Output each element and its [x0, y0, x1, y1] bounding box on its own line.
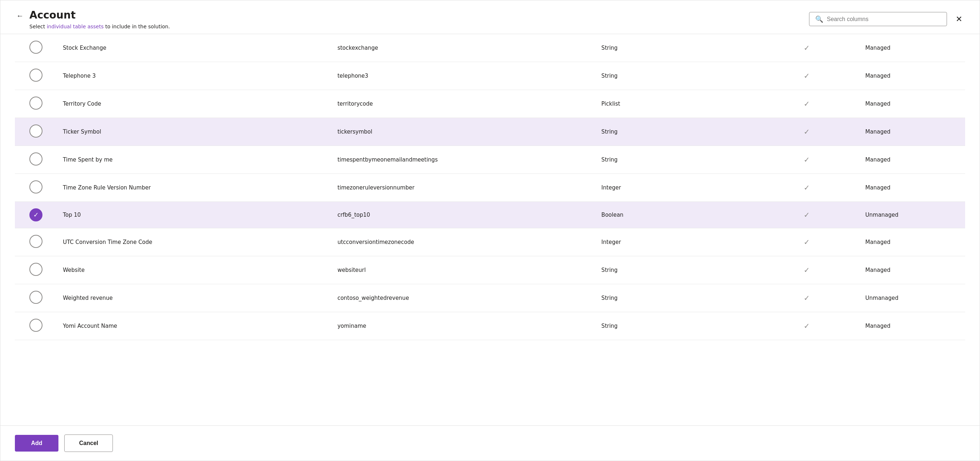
dialog: ← Account Select individual table assets…	[0, 0, 980, 461]
check-mark-icon: ✓	[803, 211, 810, 219]
check-mark-icon: ✓	[803, 72, 810, 80]
managed-status: Managed	[859, 256, 965, 284]
managed-status: Unmanaged	[859, 202, 965, 228]
logical-name: crfb6_top10	[332, 202, 596, 228]
column-type: String	[596, 118, 754, 146]
column-name: Website	[57, 256, 331, 284]
check-mark-icon: ✓	[803, 266, 810, 274]
column-type: Integer	[596, 173, 754, 202]
dialog-footer: Add Cancel	[0, 425, 980, 461]
checkbox-unchecked[interactable]	[29, 180, 43, 194]
table-row[interactable]: Yomi Account NameyominameString✓Managed	[15, 312, 965, 340]
subtitle-static: Select	[29, 24, 47, 29]
column-type: Boolean	[596, 202, 754, 228]
column-name: Top 10	[57, 202, 331, 228]
checkbox-unchecked[interactable]	[29, 291, 43, 304]
add-button[interactable]: Add	[15, 435, 59, 451]
table-row[interactable]: Telephone 3telephone3String✓Managed	[15, 62, 965, 90]
column-type: String	[596, 146, 754, 173]
table-row[interactable]: Time Spent by metimespentbymeonemailandm…	[15, 146, 965, 173]
check-mark-icon: ✓	[803, 44, 810, 52]
dialog-title: Account	[29, 9, 809, 21]
close-button[interactable]: ✕	[953, 14, 965, 25]
column-type: String	[596, 284, 754, 312]
logical-name: timespentbymeonemailandmeetings	[332, 146, 596, 173]
logical-name: contoso_weightedrevenue	[332, 284, 596, 312]
table-row[interactable]: Territory CodeterritorycodePicklist✓Mana…	[15, 90, 965, 118]
logical-name: websiteurl	[332, 256, 596, 284]
checkbox-unchecked[interactable]	[29, 235, 43, 248]
check-mark-cell: ✓	[754, 202, 859, 228]
column-name: Weighted revenue	[57, 284, 331, 312]
checkbox-unchecked[interactable]	[29, 97, 43, 110]
search-box[interactable]: 🔍	[809, 12, 947, 26]
managed-status: Managed	[859, 118, 965, 146]
table-row[interactable]: UTC Conversion Time Zone Codeutcconversi…	[15, 228, 965, 256]
checkbox-unchecked[interactable]	[29, 41, 43, 54]
checkbox-unchecked[interactable]	[29, 319, 43, 332]
table-row[interactable]: Ticker SymboltickersymbolString✓Managed	[15, 118, 965, 146]
checkbox-cell[interactable]	[15, 34, 57, 62]
checkbox-cell[interactable]	[15, 146, 57, 173]
checkbox-cell[interactable]	[15, 202, 57, 228]
table-row[interactable]: Stock ExchangestockexchangeString✓Manage…	[15, 34, 965, 62]
checkbox-cell[interactable]	[15, 62, 57, 90]
checkbox-cell[interactable]	[15, 312, 57, 340]
search-input[interactable]	[827, 16, 941, 22]
search-icon: 🔍	[815, 15, 823, 23]
column-type: String	[596, 34, 754, 62]
check-mark-cell: ✓	[754, 284, 859, 312]
logical-name: territorycode	[332, 90, 596, 118]
header-right: 🔍 ✕	[809, 12, 965, 26]
managed-status: Unmanaged	[859, 284, 965, 312]
column-name: Telephone 3	[57, 62, 331, 90]
check-mark-cell: ✓	[754, 228, 859, 256]
check-mark-cell: ✓	[754, 62, 859, 90]
checkbox-unchecked[interactable]	[29, 124, 43, 138]
check-mark-cell: ✓	[754, 90, 859, 118]
table-row[interactable]: Time Zone Rule Version Numbertimezonerul…	[15, 173, 965, 202]
subtitle-highlight: individual table assets	[47, 24, 104, 29]
check-mark-icon: ✓	[803, 99, 810, 108]
checkbox-unchecked[interactable]	[29, 68, 43, 82]
check-mark-cell: ✓	[754, 34, 859, 62]
checkbox-cell[interactable]	[15, 256, 57, 284]
table-row[interactable]: WebsitewebsiteurlString✓Managed	[15, 256, 965, 284]
column-type: String	[596, 256, 754, 284]
logical-name: yominame	[332, 312, 596, 340]
checkbox-cell[interactable]	[15, 173, 57, 202]
table-container: Stock ExchangestockexchangeString✓Manage…	[0, 34, 980, 425]
column-type: Integer	[596, 228, 754, 256]
back-button[interactable]: ←	[15, 11, 25, 21]
checkbox-cell[interactable]	[15, 90, 57, 118]
table-row[interactable]: Top 10crfb6_top10Boolean✓Unmanaged	[15, 202, 965, 228]
header-title-area: Account Select individual table assets t…	[29, 9, 809, 29]
dialog-subtitle: Select individual table assets to includ…	[29, 24, 809, 29]
check-mark-icon: ✓	[803, 183, 810, 192]
checkbox-cell[interactable]	[15, 118, 57, 146]
column-name: Yomi Account Name	[57, 312, 331, 340]
check-mark-cell: ✓	[754, 312, 859, 340]
checkbox-unchecked[interactable]	[29, 263, 43, 276]
table-row[interactable]: Weighted revenuecontoso_weightedrevenueS…	[15, 284, 965, 312]
managed-status: Managed	[859, 146, 965, 173]
managed-status: Managed	[859, 228, 965, 256]
managed-status: Managed	[859, 62, 965, 90]
checkbox-checked[interactable]	[29, 208, 43, 221]
column-name: Territory Code	[57, 90, 331, 118]
logical-name: telephone3	[332, 62, 596, 90]
column-type: Picklist	[596, 90, 754, 118]
checkbox-unchecked[interactable]	[29, 153, 43, 165]
checkbox-cell[interactable]	[15, 228, 57, 256]
check-mark-cell: ✓	[754, 146, 859, 173]
cancel-button[interactable]: Cancel	[64, 434, 113, 452]
check-mark-icon: ✓	[803, 127, 810, 136]
check-mark-cell: ✓	[754, 118, 859, 146]
column-name: Time Spent by me	[57, 146, 331, 173]
column-type: String	[596, 312, 754, 340]
check-mark-icon: ✓	[803, 238, 810, 246]
checkbox-cell[interactable]	[15, 284, 57, 312]
dialog-header: ← Account Select individual table assets…	[0, 0, 980, 34]
check-mark-icon: ✓	[803, 322, 810, 330]
check-mark-cell: ✓	[754, 256, 859, 284]
